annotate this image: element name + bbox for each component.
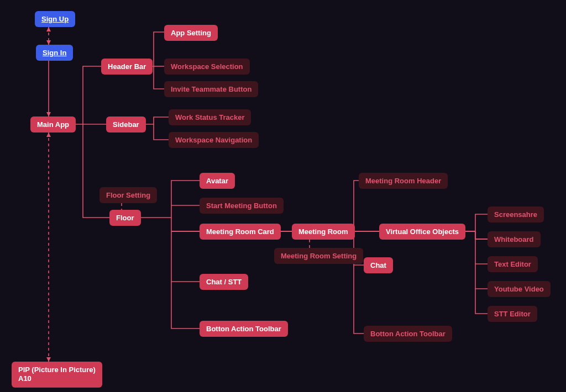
node-youtube-video[interactable]: Youtube Video — [488, 281, 551, 297]
node-header-bar[interactable]: Header Bar — [101, 59, 153, 75]
node-text-editor[interactable]: Text Editor — [488, 256, 538, 272]
node-floor-setting[interactable]: Floor Setting — [99, 187, 157, 203]
node-meeting-room-header[interactable]: Meeting Room Header — [359, 173, 448, 189]
node-stt-editor[interactable]: STT Editor — [488, 306, 537, 322]
node-meeting-room-card[interactable]: Meeting Room Card — [200, 224, 281, 240]
node-invite-teammate[interactable]: Invite Teammate Button — [164, 81, 258, 97]
node-meeting-room[interactable]: Meeting Room — [292, 224, 355, 240]
node-chat-stt[interactable]: Chat / STT — [200, 274, 248, 290]
node-main-app[interactable]: Main App — [30, 116, 76, 133]
node-chat[interactable]: Chat — [364, 257, 393, 273]
svg-marker-3 — [46, 133, 51, 137]
node-bottom-toolbar-floor[interactable]: Botton Action Toolbar — [200, 321, 288, 337]
node-work-status-tracker[interactable]: Work Status Tracker — [169, 109, 251, 125]
node-floor[interactable]: Floor — [109, 210, 141, 226]
svg-marker-1 — [46, 40, 51, 45]
node-bottom-toolbar-room[interactable]: Botton Action Toolbar — [364, 326, 452, 342]
node-sidebar[interactable]: Sidebar — [106, 116, 146, 133]
node-avatar[interactable]: Avatar — [200, 173, 235, 189]
node-sign-up[interactable]: Sign Up — [35, 11, 75, 27]
node-meeting-room-setting[interactable]: Meeting Room Setting — [274, 248, 363, 264]
svg-marker-4 — [46, 357, 51, 362]
node-start-meeting[interactable]: Start Meeting Button — [200, 198, 284, 214]
node-virtual-office-objects[interactable]: Virtual Office Objects — [379, 224, 465, 240]
node-pip[interactable]: PIP (Picture In Picture)A10 — [12, 362, 102, 388]
svg-marker-2 — [46, 112, 51, 116]
node-screensahre[interactable]: Screensahre — [488, 206, 544, 223]
node-sign-in[interactable]: Sign In — [36, 45, 73, 61]
node-app-setting[interactable]: App Setting — [164, 25, 218, 41]
svg-marker-0 — [46, 27, 51, 31]
node-workspace-selection[interactable]: Workspace Selection — [164, 59, 250, 75]
node-whiteboard[interactable]: Whiteboard — [488, 231, 541, 247]
node-workspace-navigation[interactable]: Workspace Navigation — [169, 132, 259, 148]
